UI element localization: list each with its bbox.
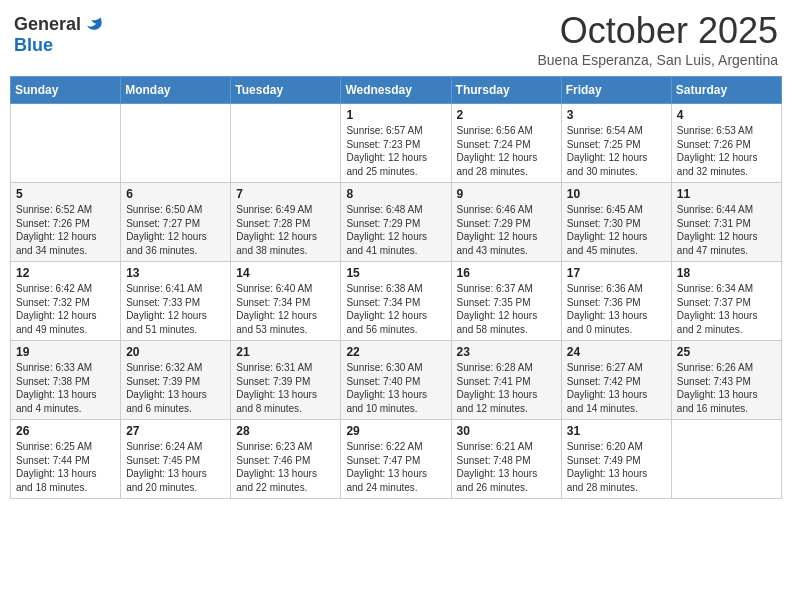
day-number: 11 xyxy=(677,187,776,201)
day-number: 10 xyxy=(567,187,666,201)
logo-general-text: General xyxy=(14,14,81,35)
day-info: Sunrise: 6:22 AM Sunset: 7:47 PM Dayligh… xyxy=(346,440,445,494)
day-info: Sunrise: 6:33 AM Sunset: 7:38 PM Dayligh… xyxy=(16,361,115,415)
day-info: Sunrise: 6:54 AM Sunset: 7:25 PM Dayligh… xyxy=(567,124,666,178)
table-row xyxy=(671,420,781,499)
day-number: 9 xyxy=(457,187,556,201)
day-info: Sunrise: 6:32 AM Sunset: 7:39 PM Dayligh… xyxy=(126,361,225,415)
day-info: Sunrise: 6:44 AM Sunset: 7:31 PM Dayligh… xyxy=(677,203,776,257)
day-info: Sunrise: 6:52 AM Sunset: 7:26 PM Dayligh… xyxy=(16,203,115,257)
calendar-week-row: 1Sunrise: 6:57 AM Sunset: 7:23 PM Daylig… xyxy=(11,104,782,183)
day-info: Sunrise: 6:31 AM Sunset: 7:39 PM Dayligh… xyxy=(236,361,335,415)
day-number: 2 xyxy=(457,108,556,122)
table-row: 11Sunrise: 6:44 AM Sunset: 7:31 PM Dayli… xyxy=(671,183,781,262)
table-row: 5Sunrise: 6:52 AM Sunset: 7:26 PM Daylig… xyxy=(11,183,121,262)
day-info: Sunrise: 6:37 AM Sunset: 7:35 PM Dayligh… xyxy=(457,282,556,336)
header-saturday: Saturday xyxy=(671,77,781,104)
day-info: Sunrise: 6:50 AM Sunset: 7:27 PM Dayligh… xyxy=(126,203,225,257)
location-subtitle: Buena Esperanza, San Luis, Argentina xyxy=(537,52,778,68)
logo-blue-text: Blue xyxy=(14,35,53,55)
table-row: 2Sunrise: 6:56 AM Sunset: 7:24 PM Daylig… xyxy=(451,104,561,183)
table-row: 3Sunrise: 6:54 AM Sunset: 7:25 PM Daylig… xyxy=(561,104,671,183)
table-row: 9Sunrise: 6:46 AM Sunset: 7:29 PM Daylig… xyxy=(451,183,561,262)
day-number: 19 xyxy=(16,345,115,359)
day-info: Sunrise: 6:36 AM Sunset: 7:36 PM Dayligh… xyxy=(567,282,666,336)
table-row xyxy=(11,104,121,183)
day-info: Sunrise: 6:48 AM Sunset: 7:29 PM Dayligh… xyxy=(346,203,445,257)
day-info: Sunrise: 6:20 AM Sunset: 7:49 PM Dayligh… xyxy=(567,440,666,494)
calendar-week-row: 5Sunrise: 6:52 AM Sunset: 7:26 PM Daylig… xyxy=(11,183,782,262)
day-number: 24 xyxy=(567,345,666,359)
logo: General Blue xyxy=(14,14,103,56)
day-info: Sunrise: 6:23 AM Sunset: 7:46 PM Dayligh… xyxy=(236,440,335,494)
table-row: 7Sunrise: 6:49 AM Sunset: 7:28 PM Daylig… xyxy=(231,183,341,262)
header-tuesday: Tuesday xyxy=(231,77,341,104)
calendar-week-row: 12Sunrise: 6:42 AM Sunset: 7:32 PM Dayli… xyxy=(11,262,782,341)
day-number: 7 xyxy=(236,187,335,201)
day-number: 14 xyxy=(236,266,335,280)
day-number: 16 xyxy=(457,266,556,280)
table-row: 1Sunrise: 6:57 AM Sunset: 7:23 PM Daylig… xyxy=(341,104,451,183)
table-row: 8Sunrise: 6:48 AM Sunset: 7:29 PM Daylig… xyxy=(341,183,451,262)
table-row: 30Sunrise: 6:21 AM Sunset: 7:48 PM Dayli… xyxy=(451,420,561,499)
day-number: 12 xyxy=(16,266,115,280)
header-monday: Monday xyxy=(121,77,231,104)
table-row: 27Sunrise: 6:24 AM Sunset: 7:45 PM Dayli… xyxy=(121,420,231,499)
table-row: 12Sunrise: 6:42 AM Sunset: 7:32 PM Dayli… xyxy=(11,262,121,341)
header-friday: Friday xyxy=(561,77,671,104)
day-number: 30 xyxy=(457,424,556,438)
day-info: Sunrise: 6:25 AM Sunset: 7:44 PM Dayligh… xyxy=(16,440,115,494)
calendar-header-row: Sunday Monday Tuesday Wednesday Thursday… xyxy=(11,77,782,104)
table-row: 4Sunrise: 6:53 AM Sunset: 7:26 PM Daylig… xyxy=(671,104,781,183)
day-number: 18 xyxy=(677,266,776,280)
table-row: 23Sunrise: 6:28 AM Sunset: 7:41 PM Dayli… xyxy=(451,341,561,420)
day-number: 23 xyxy=(457,345,556,359)
month-title: October 2025 xyxy=(537,10,778,52)
day-number: 8 xyxy=(346,187,445,201)
day-number: 5 xyxy=(16,187,115,201)
day-info: Sunrise: 6:45 AM Sunset: 7:30 PM Dayligh… xyxy=(567,203,666,257)
day-info: Sunrise: 6:57 AM Sunset: 7:23 PM Dayligh… xyxy=(346,124,445,178)
day-info: Sunrise: 6:30 AM Sunset: 7:40 PM Dayligh… xyxy=(346,361,445,415)
header-wednesday: Wednesday xyxy=(341,77,451,104)
day-number: 21 xyxy=(236,345,335,359)
table-row: 25Sunrise: 6:26 AM Sunset: 7:43 PM Dayli… xyxy=(671,341,781,420)
day-info: Sunrise: 6:26 AM Sunset: 7:43 PM Dayligh… xyxy=(677,361,776,415)
table-row: 26Sunrise: 6:25 AM Sunset: 7:44 PM Dayli… xyxy=(11,420,121,499)
table-row xyxy=(231,104,341,183)
table-row: 20Sunrise: 6:32 AM Sunset: 7:39 PM Dayli… xyxy=(121,341,231,420)
day-number: 15 xyxy=(346,266,445,280)
day-number: 26 xyxy=(16,424,115,438)
page-header: General Blue October 2025 Buena Esperanz… xyxy=(10,10,782,68)
day-info: Sunrise: 6:24 AM Sunset: 7:45 PM Dayligh… xyxy=(126,440,225,494)
logo-bird-icon xyxy=(83,15,103,35)
day-info: Sunrise: 6:21 AM Sunset: 7:48 PM Dayligh… xyxy=(457,440,556,494)
table-row: 29Sunrise: 6:22 AM Sunset: 7:47 PM Dayli… xyxy=(341,420,451,499)
day-number: 3 xyxy=(567,108,666,122)
table-row: 19Sunrise: 6:33 AM Sunset: 7:38 PM Dayli… xyxy=(11,341,121,420)
table-row: 14Sunrise: 6:40 AM Sunset: 7:34 PM Dayli… xyxy=(231,262,341,341)
table-row: 15Sunrise: 6:38 AM Sunset: 7:34 PM Dayli… xyxy=(341,262,451,341)
table-row: 28Sunrise: 6:23 AM Sunset: 7:46 PM Dayli… xyxy=(231,420,341,499)
day-number: 25 xyxy=(677,345,776,359)
day-info: Sunrise: 6:41 AM Sunset: 7:33 PM Dayligh… xyxy=(126,282,225,336)
day-info: Sunrise: 6:53 AM Sunset: 7:26 PM Dayligh… xyxy=(677,124,776,178)
table-row: 13Sunrise: 6:41 AM Sunset: 7:33 PM Dayli… xyxy=(121,262,231,341)
table-row xyxy=(121,104,231,183)
day-info: Sunrise: 6:38 AM Sunset: 7:34 PM Dayligh… xyxy=(346,282,445,336)
day-number: 17 xyxy=(567,266,666,280)
day-number: 22 xyxy=(346,345,445,359)
header-sunday: Sunday xyxy=(11,77,121,104)
day-info: Sunrise: 6:34 AM Sunset: 7:37 PM Dayligh… xyxy=(677,282,776,336)
day-number: 6 xyxy=(126,187,225,201)
table-row: 31Sunrise: 6:20 AM Sunset: 7:49 PM Dayli… xyxy=(561,420,671,499)
table-row: 24Sunrise: 6:27 AM Sunset: 7:42 PM Dayli… xyxy=(561,341,671,420)
day-info: Sunrise: 6:46 AM Sunset: 7:29 PM Dayligh… xyxy=(457,203,556,257)
day-number: 13 xyxy=(126,266,225,280)
table-row: 6Sunrise: 6:50 AM Sunset: 7:27 PM Daylig… xyxy=(121,183,231,262)
day-info: Sunrise: 6:40 AM Sunset: 7:34 PM Dayligh… xyxy=(236,282,335,336)
day-number: 20 xyxy=(126,345,225,359)
day-info: Sunrise: 6:42 AM Sunset: 7:32 PM Dayligh… xyxy=(16,282,115,336)
day-number: 29 xyxy=(346,424,445,438)
day-info: Sunrise: 6:28 AM Sunset: 7:41 PM Dayligh… xyxy=(457,361,556,415)
